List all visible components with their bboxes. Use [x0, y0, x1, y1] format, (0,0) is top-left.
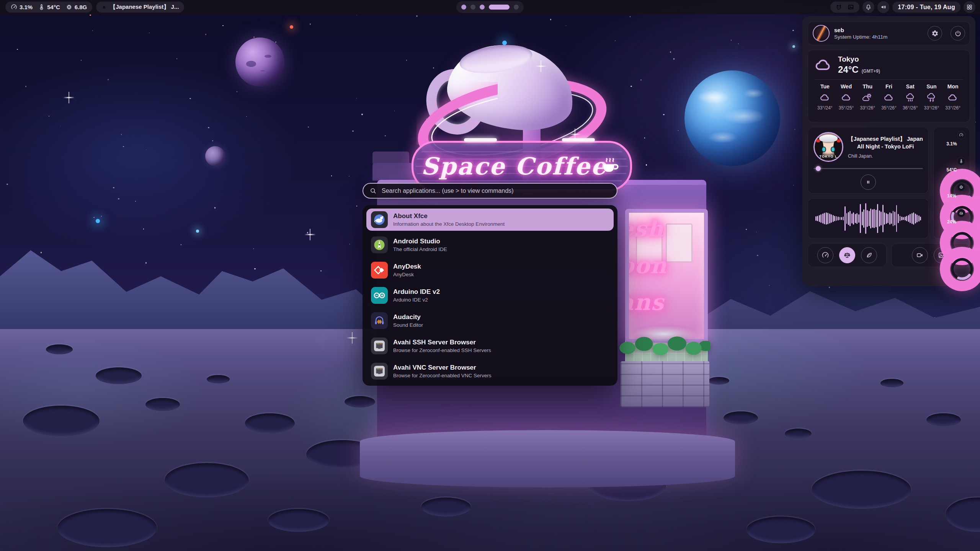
system-uptime: System Uptime: 4h11m [834, 34, 887, 40]
app-description: Arduino IDE v2 [393, 297, 440, 303]
desktop: esh oon ans Space Coffee 3.1% [0, 0, 980, 551]
weather-temp: 24°C [838, 64, 859, 75]
workspace-dot-2[interactable] [470, 5, 475, 10]
pause-icon [101, 5, 107, 10]
clock-text: 17:09 - Tue, 19 Aug [898, 4, 955, 11]
gear-icon [931, 30, 939, 37]
forecast-day: Tue 33°/24° [814, 83, 836, 111]
app-icon [371, 363, 388, 380]
power-button[interactable] [951, 26, 965, 41]
system-gauges: 3.1% 54°C 14% 24% [933, 127, 970, 239]
top-bar: 3.1% 54°C 6.8G 【Japanese Playlist】 J... [0, 0, 980, 14]
system-stats-pill[interactable]: 3.1% 54°C 6.8G [5, 2, 92, 13]
forecast-weather-icon [820, 92, 830, 103]
gauge-icon-badge [957, 209, 965, 217]
clock-pill[interactable]: 17:09 - Tue, 19 Aug [892, 2, 960, 13]
shop-pavement [360, 430, 735, 487]
neon-word-2: oon [625, 253, 703, 279]
app-description: Browse for Zeroconf-enabled SSH Servers [393, 347, 491, 353]
app-search-bar[interactable] [363, 183, 617, 199]
volume-button[interactable] [877, 1, 889, 13]
music-player-card: TOKYO L 【Japanese Playlist】 Japan All Ni… [808, 127, 929, 194]
forecast-day: Sat 36°/26° [900, 83, 921, 111]
app-description: The official Android IDE [393, 246, 447, 252]
workspace-dot-1[interactable] [461, 5, 466, 10]
pet-icon[interactable] [836, 4, 842, 10]
app-list-item[interactable]: Avahi SSH Server Browser Browse for Zero… [366, 335, 614, 357]
pause-icon [865, 179, 871, 185]
app-icon [371, 337, 388, 354]
gauge-icon-badge [957, 157, 965, 165]
small-moon [205, 146, 225, 166]
gauge: 3.1% [940, 132, 964, 156]
weather-city: Tokyo [838, 55, 880, 64]
app-list-item[interactable]: Android Studio The official Android IDE [366, 234, 614, 256]
planter-box [621, 361, 709, 407]
grid-icon [966, 4, 973, 10]
audio-visualizer [808, 198, 929, 239]
app-icon [371, 312, 388, 329]
speedometer-icon [822, 251, 829, 259]
search-input[interactable] [381, 187, 611, 195]
performance-mode-button[interactable] [817, 247, 833, 263]
notifications-button[interactable] [862, 1, 874, 13]
leaf-icon [865, 251, 873, 259]
weather-forecast: Tue 33°/24° Wed 35°/25° Thu 33°/26° Fri … [814, 83, 964, 111]
planet-earth [684, 70, 780, 166]
shop-window: esh oon ans [625, 209, 708, 343]
app-list-item[interactable]: Arduino IDE v2 Arduino IDE v2 [366, 284, 614, 306]
app-description: Information about the Xfce Desktop Envir… [393, 221, 505, 227]
forecast-day: Fri 35°/26° [878, 83, 900, 111]
app-list: About Xfce Information about the Xfce De… [363, 205, 617, 386]
workspace-dot-3[interactable] [480, 5, 485, 10]
weather-card: Tokyo 24°C (GMT+9) Tue 33°/24° Wed 35°/2… [808, 50, 970, 122]
app-name: About Xfce [393, 212, 505, 220]
app-description: Browse for Zeroconf-enabled VNC Servers [393, 373, 492, 378]
tray-pill [830, 2, 859, 13]
app-list-item[interactable]: Avahi VNC Server Browser Browse for Zero… [366, 360, 614, 382]
gauge-icon-badge [957, 131, 965, 139]
now-playing-text: 【Japanese Playlist】 J... [110, 3, 179, 11]
settings-button[interactable] [928, 26, 942, 41]
memory-stat: 6.8G [66, 4, 87, 10]
app-icon [371, 236, 388, 253]
gauge: 24% [940, 210, 964, 234]
wallpaper-icon[interactable] [848, 4, 854, 10]
cpu-stat: 3.1% [11, 4, 33, 10]
play-pause-button[interactable] [861, 174, 876, 190]
app-list-item[interactable]: About Xfce Information about the Xfce De… [366, 209, 614, 231]
sign-text: Space Coffee [421, 152, 622, 180]
app-list-item[interactable]: AnyDesk AnyDesk [366, 259, 614, 281]
gauge: 54°C [940, 158, 964, 182]
seek-slider[interactable] [813, 166, 923, 171]
sign-coffee-cup-icon [599, 153, 622, 176]
app-name: Avahi SSH Server Browser [393, 339, 491, 346]
screen-record-button[interactable] [912, 247, 928, 263]
temperature-stat: 54°C [38, 4, 60, 10]
app-icon [371, 262, 388, 279]
user-name: seb [834, 27, 887, 33]
forecast-day: Wed 35°/25° [836, 83, 857, 111]
app-name: AnyDesk [393, 263, 421, 271]
workspace-dot-5[interactable] [514, 5, 519, 10]
powersave-mode-button[interactable] [861, 247, 877, 263]
album-caption: TOKYO L [815, 155, 842, 158]
workspace-dot-4-active[interactable] [489, 5, 510, 10]
balanced-mode-button[interactable] [839, 247, 855, 263]
now-playing-pill[interactable]: 【Japanese Playlist】 J... [96, 2, 184, 13]
seek-thumb[interactable] [816, 166, 821, 171]
thermometer-icon [38, 4, 45, 10]
forecast-weather-icon [884, 92, 894, 103]
app-list-item[interactable]: Audacity Sound Editor [366, 310, 614, 332]
control-panel: seb System Uptime: 4h11m Tokyo 24°C (GMT… [802, 16, 975, 286]
power-mode-group [808, 243, 887, 267]
neon-word-3: ans [625, 289, 703, 315]
app-icon [371, 287, 388, 304]
forecast-day: Mon 33°/26° [942, 83, 964, 111]
forecast-day: Sun 33°/26° [921, 83, 942, 111]
power-icon [954, 30, 962, 37]
weather-cloud-icon [814, 56, 833, 74]
forecast-weather-icon [947, 92, 958, 103]
chip-icon [66, 4, 72, 10]
dashboard-button[interactable] [964, 1, 975, 13]
